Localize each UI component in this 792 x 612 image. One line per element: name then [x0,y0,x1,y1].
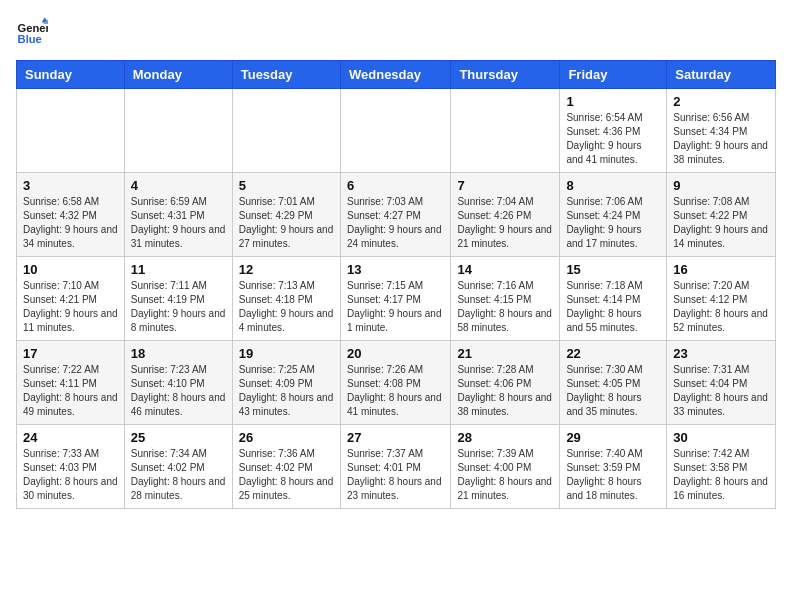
calendar-cell [124,89,232,173]
day-info: Sunrise: 7:39 AM Sunset: 4:00 PM Dayligh… [457,447,553,503]
day-info: Sunrise: 7:11 AM Sunset: 4:19 PM Dayligh… [131,279,226,335]
day-number: 30 [673,430,769,445]
day-info: Sunrise: 7:31 AM Sunset: 4:04 PM Dayligh… [673,363,769,419]
day-info: Sunrise: 7:13 AM Sunset: 4:18 PM Dayligh… [239,279,334,335]
calendar-cell: 11Sunrise: 7:11 AM Sunset: 4:19 PM Dayli… [124,257,232,341]
calendar-cell: 25Sunrise: 7:34 AM Sunset: 4:02 PM Dayli… [124,425,232,509]
day-number: 1 [566,94,660,109]
day-number: 11 [131,262,226,277]
day-info: Sunrise: 7:01 AM Sunset: 4:29 PM Dayligh… [239,195,334,251]
svg-text:Blue: Blue [18,33,42,45]
calendar-cell: 24Sunrise: 7:33 AM Sunset: 4:03 PM Dayli… [17,425,125,509]
day-number: 28 [457,430,553,445]
calendar-cell: 15Sunrise: 7:18 AM Sunset: 4:14 PM Dayli… [560,257,667,341]
calendar-cell: 23Sunrise: 7:31 AM Sunset: 4:04 PM Dayli… [667,341,776,425]
day-info: Sunrise: 6:58 AM Sunset: 4:32 PM Dayligh… [23,195,118,251]
calendar-week-row: 17Sunrise: 7:22 AM Sunset: 4:11 PM Dayli… [17,341,776,425]
calendar-week-row: 24Sunrise: 7:33 AM Sunset: 4:03 PM Dayli… [17,425,776,509]
day-info: Sunrise: 7:37 AM Sunset: 4:01 PM Dayligh… [347,447,444,503]
calendar-cell: 20Sunrise: 7:26 AM Sunset: 4:08 PM Dayli… [340,341,450,425]
calendar-cell: 22Sunrise: 7:30 AM Sunset: 4:05 PM Dayli… [560,341,667,425]
day-info: Sunrise: 7:42 AM Sunset: 3:58 PM Dayligh… [673,447,769,503]
day-info: Sunrise: 7:23 AM Sunset: 4:10 PM Dayligh… [131,363,226,419]
logo-icon: General Blue [16,16,48,48]
calendar-cell: 18Sunrise: 7:23 AM Sunset: 4:10 PM Dayli… [124,341,232,425]
calendar-cell [451,89,560,173]
day-info: Sunrise: 6:54 AM Sunset: 4:36 PM Dayligh… [566,111,660,167]
calendar-cell: 16Sunrise: 7:20 AM Sunset: 4:12 PM Dayli… [667,257,776,341]
day-number: 20 [347,346,444,361]
day-number: 22 [566,346,660,361]
day-info: Sunrise: 7:15 AM Sunset: 4:17 PM Dayligh… [347,279,444,335]
day-number: 10 [23,262,118,277]
day-number: 29 [566,430,660,445]
calendar-cell: 17Sunrise: 7:22 AM Sunset: 4:11 PM Dayli… [17,341,125,425]
day-number: 27 [347,430,444,445]
day-info: Sunrise: 7:33 AM Sunset: 4:03 PM Dayligh… [23,447,118,503]
day-info: Sunrise: 7:18 AM Sunset: 4:14 PM Dayligh… [566,279,660,335]
day-number: 19 [239,346,334,361]
calendar-cell [340,89,450,173]
calendar-cell: 12Sunrise: 7:13 AM Sunset: 4:18 PM Dayli… [232,257,340,341]
day-number: 15 [566,262,660,277]
calendar-cell: 21Sunrise: 7:28 AM Sunset: 4:06 PM Dayli… [451,341,560,425]
calendar: SundayMondayTuesdayWednesdayThursdayFrid… [16,60,776,509]
day-number: 2 [673,94,769,109]
weekday-header: Thursday [451,61,560,89]
calendar-cell: 2Sunrise: 6:56 AM Sunset: 4:34 PM Daylig… [667,89,776,173]
calendar-cell: 10Sunrise: 7:10 AM Sunset: 4:21 PM Dayli… [17,257,125,341]
calendar-week-row: 1Sunrise: 6:54 AM Sunset: 4:36 PM Daylig… [17,89,776,173]
day-number: 4 [131,178,226,193]
day-info: Sunrise: 7:10 AM Sunset: 4:21 PM Dayligh… [23,279,118,335]
calendar-cell: 4Sunrise: 6:59 AM Sunset: 4:31 PM Daylig… [124,173,232,257]
calendar-cell [17,89,125,173]
calendar-cell: 26Sunrise: 7:36 AM Sunset: 4:02 PM Dayli… [232,425,340,509]
calendar-week-row: 10Sunrise: 7:10 AM Sunset: 4:21 PM Dayli… [17,257,776,341]
day-info: Sunrise: 7:08 AM Sunset: 4:22 PM Dayligh… [673,195,769,251]
logo: General Blue [16,16,52,48]
day-info: Sunrise: 7:36 AM Sunset: 4:02 PM Dayligh… [239,447,334,503]
day-number: 21 [457,346,553,361]
calendar-cell: 13Sunrise: 7:15 AM Sunset: 4:17 PM Dayli… [340,257,450,341]
calendar-cell: 7Sunrise: 7:04 AM Sunset: 4:26 PM Daylig… [451,173,560,257]
day-info: Sunrise: 6:56 AM Sunset: 4:34 PM Dayligh… [673,111,769,167]
day-info: Sunrise: 6:59 AM Sunset: 4:31 PM Dayligh… [131,195,226,251]
calendar-header-row: SundayMondayTuesdayWednesdayThursdayFrid… [17,61,776,89]
page-header: General Blue [16,16,776,48]
calendar-cell: 14Sunrise: 7:16 AM Sunset: 4:15 PM Dayli… [451,257,560,341]
day-info: Sunrise: 7:06 AM Sunset: 4:24 PM Dayligh… [566,195,660,251]
day-number: 16 [673,262,769,277]
day-number: 25 [131,430,226,445]
weekday-header: Friday [560,61,667,89]
day-number: 6 [347,178,444,193]
day-info: Sunrise: 7:03 AM Sunset: 4:27 PM Dayligh… [347,195,444,251]
day-number: 24 [23,430,118,445]
calendar-cell: 5Sunrise: 7:01 AM Sunset: 4:29 PM Daylig… [232,173,340,257]
day-number: 18 [131,346,226,361]
day-number: 23 [673,346,769,361]
calendar-cell: 6Sunrise: 7:03 AM Sunset: 4:27 PM Daylig… [340,173,450,257]
day-number: 8 [566,178,660,193]
weekday-header: Wednesday [340,61,450,89]
calendar-week-row: 3Sunrise: 6:58 AM Sunset: 4:32 PM Daylig… [17,173,776,257]
day-number: 5 [239,178,334,193]
day-info: Sunrise: 7:40 AM Sunset: 3:59 PM Dayligh… [566,447,660,503]
day-number: 26 [239,430,334,445]
day-info: Sunrise: 7:28 AM Sunset: 4:06 PM Dayligh… [457,363,553,419]
day-info: Sunrise: 7:22 AM Sunset: 4:11 PM Dayligh… [23,363,118,419]
day-info: Sunrise: 7:04 AM Sunset: 4:26 PM Dayligh… [457,195,553,251]
calendar-cell: 8Sunrise: 7:06 AM Sunset: 4:24 PM Daylig… [560,173,667,257]
day-info: Sunrise: 7:30 AM Sunset: 4:05 PM Dayligh… [566,363,660,419]
day-number: 14 [457,262,553,277]
day-number: 9 [673,178,769,193]
calendar-cell [232,89,340,173]
day-number: 17 [23,346,118,361]
day-number: 12 [239,262,334,277]
weekday-header: Saturday [667,61,776,89]
calendar-cell: 29Sunrise: 7:40 AM Sunset: 3:59 PM Dayli… [560,425,667,509]
calendar-cell: 30Sunrise: 7:42 AM Sunset: 3:58 PM Dayli… [667,425,776,509]
calendar-cell: 3Sunrise: 6:58 AM Sunset: 4:32 PM Daylig… [17,173,125,257]
day-number: 3 [23,178,118,193]
day-info: Sunrise: 7:26 AM Sunset: 4:08 PM Dayligh… [347,363,444,419]
calendar-cell: 9Sunrise: 7:08 AM Sunset: 4:22 PM Daylig… [667,173,776,257]
